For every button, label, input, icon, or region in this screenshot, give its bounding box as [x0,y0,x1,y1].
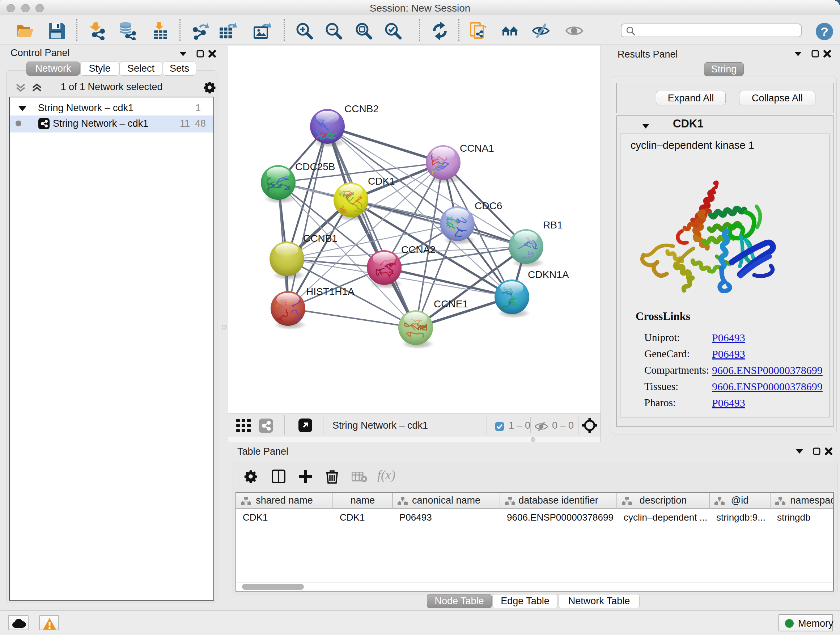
svg-text:CDC25B: CDC25B [295,161,335,172]
svg-text:CCNA2: CCNA2 [401,244,436,255]
svg-text:CCNB1: CCNB1 [303,233,338,244]
svg-text:CCNB2: CCNB2 [344,103,379,114]
svg-text:CCNE1: CCNE1 [434,298,468,310]
svg-text:CCNA1: CCNA1 [460,143,494,154]
svg-text:RB1: RB1 [543,219,562,231]
svg-text:CDKN1A: CDKN1A [528,269,569,280]
svg-text:HIST1H1A: HIST1H1A [306,286,355,297]
svg-text:CDC6: CDC6 [475,200,502,211]
svg-text:?: ? [821,25,829,39]
svg-text:CDK1: CDK1 [368,176,395,187]
